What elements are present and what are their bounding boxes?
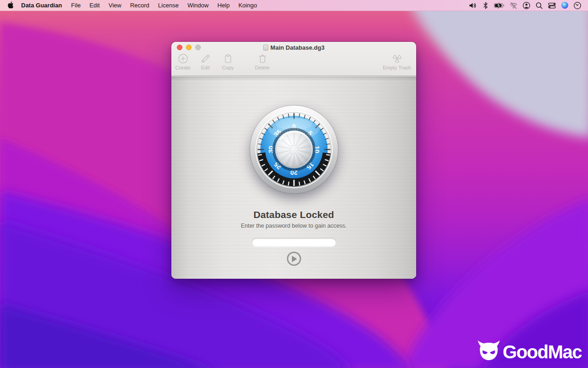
apple-menu-icon[interactable] <box>7 1 14 9</box>
user-icon[interactable] <box>522 1 531 10</box>
zoom-button[interactable] <box>195 45 201 50</box>
goodmac-cat-icon <box>477 340 501 363</box>
toolbar: Create Edit Copy Delete <box>171 53 416 76</box>
menu-view[interactable]: View <box>108 2 121 9</box>
title-bar[interactable]: Main Database.dg3 <box>171 42 416 53</box>
lock-heading: Database Locked <box>171 209 416 220</box>
clipboard-icon <box>223 53 233 64</box>
search-icon[interactable] <box>535 1 543 10</box>
goodmac-wordmark: GoodMac <box>503 342 582 362</box>
data-guardian-window: Main Database.dg3 Create Edit Copy <box>171 42 416 279</box>
menu-window[interactable]: Window <box>187 2 209 9</box>
empty-trash-button[interactable]: Empty Trash <box>382 53 412 70</box>
menu-file[interactable]: File <box>71 2 81 9</box>
siri-icon[interactable] <box>561 1 569 9</box>
menu-app-name[interactable]: Data Guardian <box>21 2 62 9</box>
create-button[interactable]: Create <box>172 53 193 70</box>
menu-koingo[interactable]: Koingo <box>238 2 257 9</box>
window-title: Main Database.dg3 <box>271 44 325 51</box>
trash-icon <box>257 53 268 64</box>
volume-icon[interactable] <box>469 1 477 10</box>
password-input[interactable] <box>252 238 336 247</box>
menu-record[interactable]: Record <box>130 2 149 9</box>
plus-circle-icon <box>178 53 188 64</box>
copy-button[interactable]: Copy <box>217 53 238 70</box>
minimize-button[interactable] <box>186 45 192 50</box>
lock-screen: 05101520253035 Database Locked Enter the… <box>171 76 416 279</box>
window-chrome: Main Database.dg3 Create Edit Copy <box>171 42 416 76</box>
combination-dial[interactable]: 05101520253035 <box>249 104 339 195</box>
menu-license[interactable]: License <box>158 2 179 9</box>
close-button[interactable] <box>177 45 182 50</box>
pencil-icon <box>200 53 211 64</box>
clock-icon[interactable] <box>573 1 582 10</box>
menu-edit[interactable]: Edit <box>90 2 100 9</box>
wifi-off-icon[interactable] <box>509 1 518 10</box>
edit-button[interactable]: Edit <box>195 53 216 70</box>
play-icon <box>292 256 297 262</box>
unlock-play-button[interactable] <box>287 252 301 266</box>
lock-subheading: Enter the password below to gain access. <box>171 223 416 229</box>
menu-help[interactable]: Help <box>217 2 230 9</box>
goodmac-watermark: GoodMac <box>477 340 582 363</box>
document-proxy-icon <box>263 45 268 51</box>
menu-bar: Data Guardian File Edit View Record Lice… <box>0 0 588 11</box>
bluetooth-icon[interactable] <box>482 1 489 10</box>
control-center-icon[interactable] <box>548 1 556 10</box>
radiation-icon <box>392 53 402 64</box>
battery-icon[interactable] <box>494 1 505 10</box>
delete-button[interactable]: Delete <box>252 53 273 70</box>
